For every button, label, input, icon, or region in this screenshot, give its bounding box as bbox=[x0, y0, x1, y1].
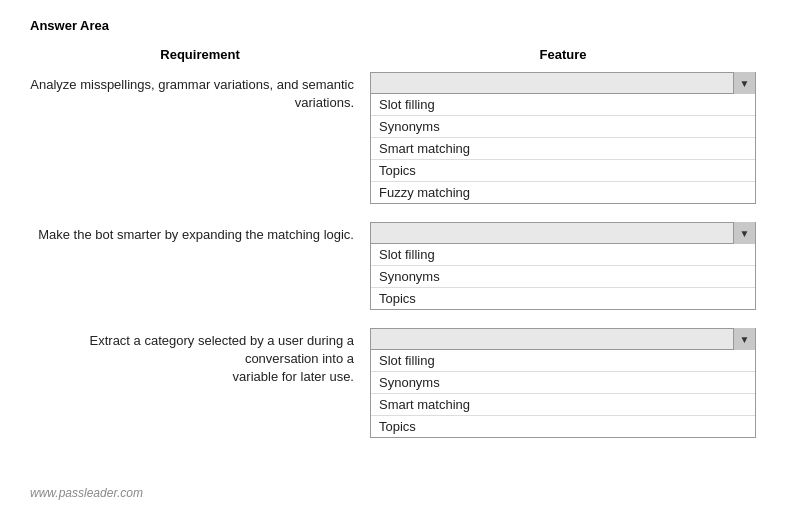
dropdown-item[interactable]: Synonyms bbox=[371, 116, 755, 138]
row-3: Extract a category selected by a user du… bbox=[30, 328, 756, 438]
dropdown-item[interactable]: Smart matching bbox=[371, 138, 755, 160]
dropdown-item[interactable]: Slot filling bbox=[371, 244, 755, 266]
dropdown-item[interactable]: Slot filling bbox=[371, 94, 755, 116]
dropdown-item[interactable]: Synonyms bbox=[371, 372, 755, 394]
dropdown-item[interactable]: Slot filling bbox=[371, 350, 755, 372]
dropdown-arrow-3[interactable]: ▼ bbox=[733, 328, 755, 350]
feature-cell-2: ▼ Slot filling Synonyms Topics bbox=[370, 222, 756, 310]
dropdown-arrow-1[interactable]: ▼ bbox=[733, 72, 755, 94]
requirement-text-3: Extract a category selected by a user du… bbox=[30, 328, 370, 387]
row-2: Make the bot smarter by expanding the ma… bbox=[30, 222, 756, 310]
dropdown-item[interactable]: Topics bbox=[371, 160, 755, 182]
answer-area-title: Answer Area bbox=[30, 18, 756, 33]
watermark: www.passleader.com bbox=[30, 486, 143, 500]
dropdown-item[interactable]: Topics bbox=[371, 288, 755, 309]
requirement-text-2: Make the bot smarter by expanding the ma… bbox=[30, 222, 370, 244]
dropdown-item[interactable]: Synonyms bbox=[371, 266, 755, 288]
dropdown-header-2[interactable]: ▼ bbox=[370, 222, 756, 244]
row-1: Analyze misspellings, grammar variations… bbox=[30, 72, 756, 204]
dropdown-header-3[interactable]: ▼ bbox=[370, 328, 756, 350]
dropdown-item[interactable]: Smart matching bbox=[371, 394, 755, 416]
dropdown-item[interactable]: Topics bbox=[371, 416, 755, 437]
feature-column-header: Feature bbox=[370, 47, 756, 62]
requirement-text-1: Analyze misspellings, grammar variations… bbox=[30, 72, 370, 112]
dropdown-arrow-2[interactable]: ▼ bbox=[733, 222, 755, 244]
feature-cell-3: ▼ Slot filling Synonyms Smart matching T… bbox=[370, 328, 756, 438]
dropdown-list-1: Slot filling Synonyms Smart matching Top… bbox=[370, 94, 756, 204]
dropdown-item[interactable]: Fuzzy matching bbox=[371, 182, 755, 203]
dropdown-list-2: Slot filling Synonyms Topics bbox=[370, 244, 756, 310]
dropdown-header-1[interactable]: ▼ bbox=[370, 72, 756, 94]
requirement-column-header: Requirement bbox=[30, 47, 370, 62]
dropdown-list-3: Slot filling Synonyms Smart matching Top… bbox=[370, 350, 756, 438]
feature-cell-1: ▼ Slot filling Synonyms Smart matching T… bbox=[370, 72, 756, 204]
